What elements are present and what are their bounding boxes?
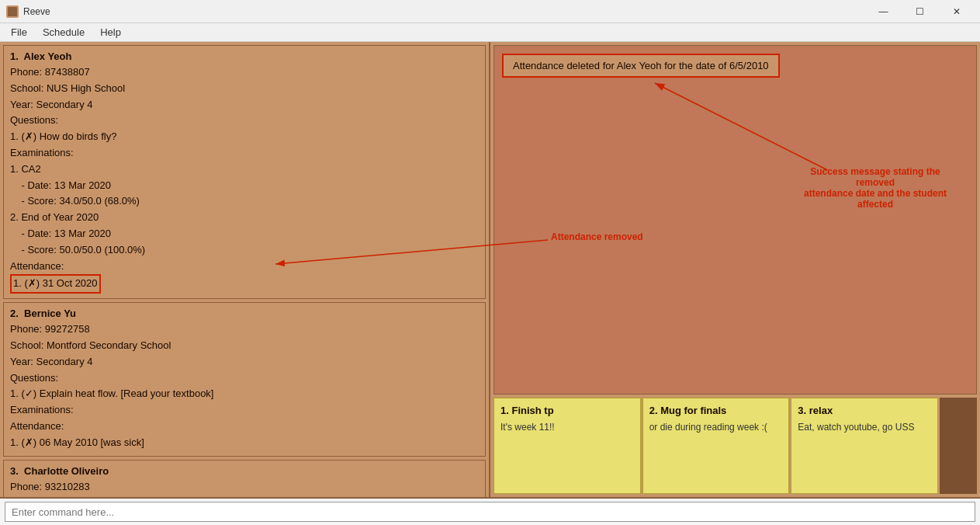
student-card-3: 3. Charlotte Oliveiro Phone: 93210283 Sc… bbox=[3, 460, 486, 497]
student-name-1: 1. Alex Yeoh bbox=[10, 50, 479, 62]
student-attendance-1: 1. (✗) 31 Oct 2020 bbox=[10, 274, 479, 294]
attendance-highlight-1: 1. (✗) 31 Oct 2020 bbox=[10, 274, 101, 294]
close-button[interactable]: ✕ bbox=[939, 0, 974, 23]
right-panel: Attendance deleted for Alex Yeoh for the… bbox=[490, 42, 980, 497]
student-examinations-label-2: Examinations: bbox=[10, 402, 479, 419]
student-list[interactable]: 1. Alex Yeoh Phone: 87438807 School: NUS… bbox=[0, 42, 490, 497]
student-attendance-2: 1. (✗) 06 May 2010 [was sick] bbox=[10, 435, 479, 451]
minimize-button[interactable]: — bbox=[866, 0, 901, 23]
right-extra-panel bbox=[940, 398, 977, 494]
menubar: File Schedule Help bbox=[0, 23, 980, 42]
menu-file[interactable]: File bbox=[3, 25, 35, 40]
app-icon bbox=[6, 5, 19, 18]
menu-help[interactable]: Help bbox=[92, 25, 129, 40]
student-exam-1-name: 1. CA2 bbox=[10, 162, 479, 178]
svg-line-2 bbox=[655, 83, 828, 170]
student-phone-2: Phone: 99272758 bbox=[10, 322, 479, 338]
menu-schedule[interactable]: Schedule bbox=[35, 25, 92, 40]
student-info-1: Phone: 87438807 School: NUS High School … bbox=[10, 64, 479, 294]
student-question-1-1: 1. (✗) How do birds fly? bbox=[10, 129, 479, 145]
student-school-1: School: NUS High School bbox=[10, 81, 479, 97]
titlebar-controls: — ☐ ✕ bbox=[866, 0, 974, 23]
maximize-button[interactable]: ☐ bbox=[902, 0, 937, 23]
student-name-2: 2. Bernice Yu bbox=[10, 308, 479, 319]
student-card-1: 1. Alex Yeoh Phone: 87438807 School: NUS… bbox=[3, 45, 486, 299]
success-message-box: Attendance deleted for Alex Yeoh for the… bbox=[502, 54, 780, 78]
note-body-3: Eat, watch youtube, go USS bbox=[798, 421, 931, 434]
notes-area: 1. Finish tp It's week 11!! 2. Mug for f… bbox=[490, 396, 980, 497]
note-body-2: or die during reading week :( bbox=[649, 421, 783, 434]
student-year-1: Year: Secondary 4 bbox=[10, 97, 479, 113]
note-card-3: 3. relax Eat, watch youtube, go USS bbox=[791, 398, 938, 494]
student-info-3: Phone: 93210283 School: Raffles Girls Sc… bbox=[10, 479, 479, 497]
student-exam-1-date: - Date: 13 Mar 2020 bbox=[10, 178, 479, 194]
command-bar bbox=[0, 497, 980, 525]
note-title-1: 1. Finish tp bbox=[500, 405, 634, 416]
student-question-2-1: 1. (✓) Explain heat flow. [Read your tex… bbox=[10, 386, 479, 402]
titlebar: Reeve — ☐ ✕ bbox=[0, 0, 980, 23]
student-questions-label-2: Questions: bbox=[10, 370, 479, 387]
student-school-3: School: Raffles Girls School bbox=[10, 495, 479, 497]
student-phone-3: Phone: 93210283 bbox=[10, 479, 479, 495]
annotation-arrows bbox=[494, 46, 976, 394]
student-card-2: 2. Bernice Yu Phone: 99272758 School: Mo… bbox=[3, 302, 486, 456]
success-message-text: Attendance deleted for Alex Yeoh for the… bbox=[513, 60, 769, 71]
note-body-1: It's week 11!! bbox=[500, 421, 634, 434]
app-title: Reeve bbox=[23, 6, 50, 17]
student-exam-2-date: - Date: 13 Mar 2020 bbox=[10, 226, 479, 242]
student-attendance-label-2: Attendance: bbox=[10, 419, 479, 435]
student-school-2: School: Montford Secondary School bbox=[10, 338, 479, 354]
note-card-1: 1. Finish tp It's week 11!! bbox=[493, 398, 641, 494]
note-card-2: 2. Mug for finals or die during reading … bbox=[642, 398, 790, 494]
note-title-3: 3. relax bbox=[798, 405, 931, 416]
student-exam-1-score: - Score: 34.0/50.0 (68.0%) bbox=[10, 193, 479, 210]
student-exam-2-name: 2. End of Year 2020 bbox=[10, 210, 479, 226]
svg-rect-0 bbox=[8, 7, 17, 16]
note-title-2: 2. Mug for finals bbox=[649, 405, 783, 416]
student-name-3: 3. Charlotte Oliveiro bbox=[10, 465, 479, 477]
student-year-2: Year: Secondary 4 bbox=[10, 354, 479, 370]
student-exam-2-score: - Score: 50.0/50.0 (100.0%) bbox=[10, 242, 479, 259]
student-examinations-label-1: Examinations: bbox=[10, 145, 479, 162]
student-attendance-label-1: Attendance: bbox=[10, 259, 479, 275]
annotation-success-text: Success message stating the removedatten… bbox=[790, 166, 961, 210]
student-info-2: Phone: 99272758 School: Montford Seconda… bbox=[10, 322, 479, 450]
student-phone-1: Phone: 87438807 bbox=[10, 64, 479, 81]
main-area: 1. Alex Yeoh Phone: 87438807 School: NUS… bbox=[0, 42, 980, 497]
command-input[interactable] bbox=[5, 502, 975, 522]
success-area: Attendance deleted for Alex Yeoh for the… bbox=[493, 45, 977, 395]
titlebar-left: Reeve bbox=[6, 5, 50, 18]
student-questions-label-1: Questions: bbox=[10, 113, 479, 129]
